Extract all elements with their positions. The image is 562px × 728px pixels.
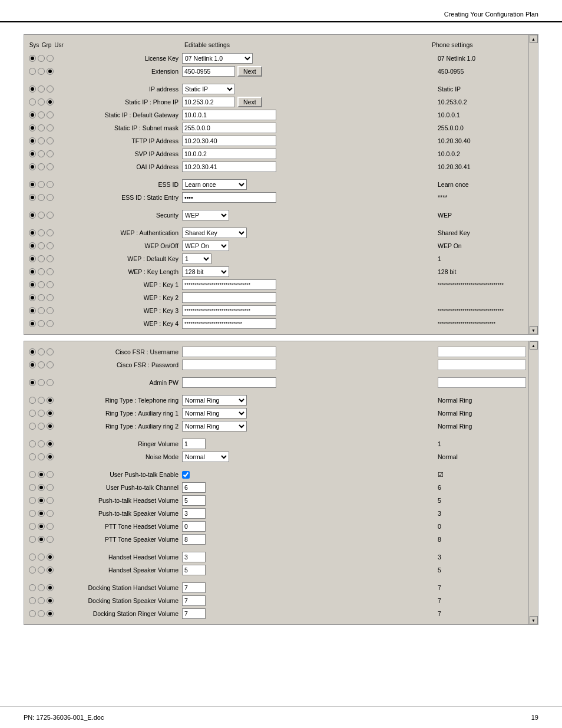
grp-radio[interactable] <box>38 410 45 417</box>
ptt-speaker-vol-input[interactable] <box>182 508 206 519</box>
usr-radio[interactable] <box>47 98 54 106</box>
grp-radio[interactable] <box>38 229 45 236</box>
sys-radio[interactable] <box>29 229 36 236</box>
grp-radio[interactable] <box>38 440 45 447</box>
wep-auth-select[interactable]: Shared Key <box>182 228 247 238</box>
wep-key3-input[interactable] <box>182 305 276 316</box>
license-key-select[interactable]: 07 Netlink 1.0 <box>182 53 253 64</box>
sys-radio[interactable] <box>29 584 36 591</box>
grp-radio[interactable] <box>38 150 45 157</box>
grp-radio[interactable] <box>38 307 45 314</box>
usr-radio[interactable] <box>47 194 54 201</box>
usr-radio[interactable] <box>47 484 54 491</box>
wep-key4-input[interactable] <box>182 318 276 329</box>
wep-key-length-select[interactable]: 128 bit <box>182 266 229 277</box>
wep-key2-input[interactable] <box>182 292 276 303</box>
usr-radio[interactable] <box>47 150 54 157</box>
usr-radio[interactable] <box>47 348 54 355</box>
sys-radio[interactable] <box>29 453 36 460</box>
usr-radio[interactable] <box>47 361 54 368</box>
admin-pw-input[interactable] <box>182 377 276 388</box>
grp-radio[interactable] <box>38 320 45 327</box>
ring-type-aux1-select[interactable]: Normal Ring <box>182 408 247 419</box>
sys-radio[interactable] <box>29 554 36 561</box>
usr-radio[interactable] <box>47 566 54 574</box>
sys-radio[interactable] <box>29 361 36 368</box>
cisco-fsr-password-input[interactable] <box>182 360 276 370</box>
wep-onoff-select[interactable]: WEP On <box>182 241 229 251</box>
grp-radio[interactable] <box>38 536 45 543</box>
ringer-volume-input[interactable] <box>182 439 206 449</box>
docking-ringer-vol-input[interactable] <box>182 608 206 619</box>
usr-radio[interactable] <box>47 68 54 75</box>
ptt-tone-speaker-vol-input[interactable] <box>182 534 206 545</box>
sys-radio[interactable] <box>29 68 36 75</box>
static-ip-next-btn[interactable]: Next <box>237 97 262 107</box>
extension-next-btn[interactable]: Next <box>237 66 262 77</box>
grp-radio[interactable] <box>38 294 45 301</box>
grp-radio[interactable] <box>38 523 45 530</box>
grp-radio[interactable] <box>38 397 45 404</box>
sys-radio[interactable] <box>29 423 36 430</box>
sys-radio[interactable] <box>29 566 36 574</box>
svp-ip-input[interactable] <box>182 149 276 159</box>
grp-radio[interactable] <box>38 453 45 460</box>
grp-radio[interactable] <box>38 510 45 517</box>
sys-radio[interactable] <box>29 497 36 504</box>
usr-radio[interactable] <box>47 610 54 617</box>
scroll-up-btn-2[interactable]: ▲ <box>530 341 538 350</box>
docking-handset-vol-input[interactable] <box>182 582 206 593</box>
ring-type-tel-select[interactable]: Normal Ring <box>182 395 247 406</box>
handset-speaker-vol-input[interactable] <box>182 565 206 575</box>
sys-radio[interactable] <box>29 410 36 417</box>
extension-input[interactable] <box>182 66 235 77</box>
scroll-down-btn-2[interactable]: ▼ <box>530 616 538 624</box>
grp-radio[interactable] <box>38 497 45 504</box>
sys-radio[interactable] <box>29 348 36 355</box>
wep-default-key-select[interactable]: 1 <box>182 253 211 264</box>
sys-radio[interactable] <box>29 55 36 62</box>
grp-radio[interactable] <box>38 111 45 118</box>
scrollbar-1[interactable]: ▲ ▼ <box>528 35 538 334</box>
noise-mode-select[interactable]: Normal <box>182 452 229 462</box>
usr-radio[interactable] <box>47 242 54 249</box>
usr-radio[interactable] <box>47 597 54 604</box>
static-ip-phone-input[interactable] <box>182 97 235 107</box>
grp-radio[interactable] <box>38 163 45 170</box>
sys-radio[interactable] <box>29 150 36 157</box>
grp-radio[interactable] <box>38 597 45 604</box>
grp-radio[interactable] <box>38 484 45 491</box>
grp-radio[interactable] <box>38 281 45 288</box>
grp-radio[interactable] <box>38 194 45 201</box>
grp-radio[interactable] <box>38 379 45 386</box>
sys-radio[interactable] <box>29 440 36 447</box>
grp-radio[interactable] <box>38 98 45 106</box>
scrollbar-2[interactable]: ▲ ▼ <box>528 341 538 624</box>
usr-radio[interactable] <box>47 423 54 430</box>
sys-radio[interactable] <box>29 294 36 301</box>
sys-radio[interactable] <box>29 242 36 249</box>
grp-radio[interactable] <box>38 584 45 591</box>
scroll-down-btn[interactable]: ▼ <box>530 326 538 334</box>
ring-type-aux2-select[interactable]: Normal Ring <box>182 421 247 431</box>
grp-radio[interactable] <box>38 242 45 249</box>
grp-radio[interactable] <box>38 212 45 219</box>
sys-radio[interactable] <box>29 268 36 275</box>
usr-radio[interactable] <box>47 497 54 504</box>
usr-radio[interactable] <box>47 55 54 62</box>
usr-radio[interactable] <box>47 523 54 530</box>
wep-key1-input[interactable] <box>182 279 276 290</box>
ptt-enable-checkbox[interactable] <box>182 471 190 479</box>
usr-radio[interactable] <box>47 255 54 262</box>
sys-radio[interactable] <box>29 98 36 106</box>
sys-radio[interactable] <box>29 484 36 491</box>
ptt-tone-headset-vol-input[interactable] <box>182 521 206 532</box>
ip-address-select[interactable]: Static IP <box>182 84 235 94</box>
sys-radio[interactable] <box>29 597 36 604</box>
sys-radio[interactable] <box>29 610 36 617</box>
handset-headset-vol-input[interactable] <box>182 552 206 562</box>
usr-radio[interactable] <box>47 536 54 543</box>
sys-radio[interactable] <box>29 181 36 188</box>
usr-radio[interactable] <box>47 111 54 118</box>
usr-radio[interactable] <box>47 85 54 93</box>
